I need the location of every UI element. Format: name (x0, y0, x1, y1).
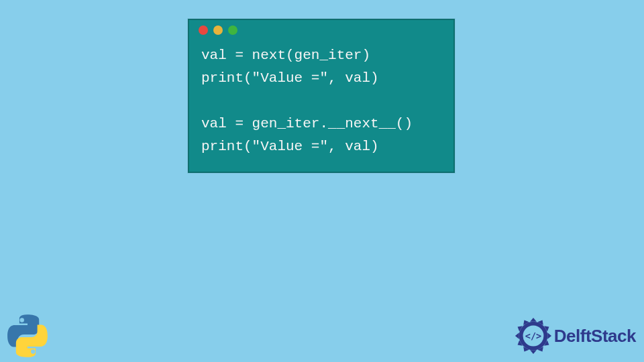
window-titlebar (189, 20, 453, 40)
svg-marker-0 (530, 318, 537, 322)
maximize-icon (228, 25, 237, 35)
code-line: val = gen_iter.__next__() (201, 116, 413, 131)
code-block: val = next(gen_iter) print("Value =", va… (189, 40, 453, 172)
brand-name: DelftStack (554, 326, 636, 347)
code-line: print("Value =", val) (201, 139, 379, 154)
minimize-icon (213, 25, 223, 35)
gear-icon: </> (514, 316, 553, 355)
close-icon (199, 25, 208, 35)
code-line: val = next(gen_iter) (201, 48, 370, 63)
delftstack-logo: </> DelftStack (514, 316, 636, 355)
svg-marker-3 (547, 333, 551, 339)
code-window: val = next(gen_iter) print("Value =", va… (188, 19, 455, 173)
svg-marker-9 (515, 333, 519, 339)
code-line: print("Value =", val) (201, 70, 379, 86)
svg-text:</>: </> (525, 330, 541, 341)
python-logo-icon (4, 312, 51, 359)
svg-marker-6 (530, 350, 537, 354)
